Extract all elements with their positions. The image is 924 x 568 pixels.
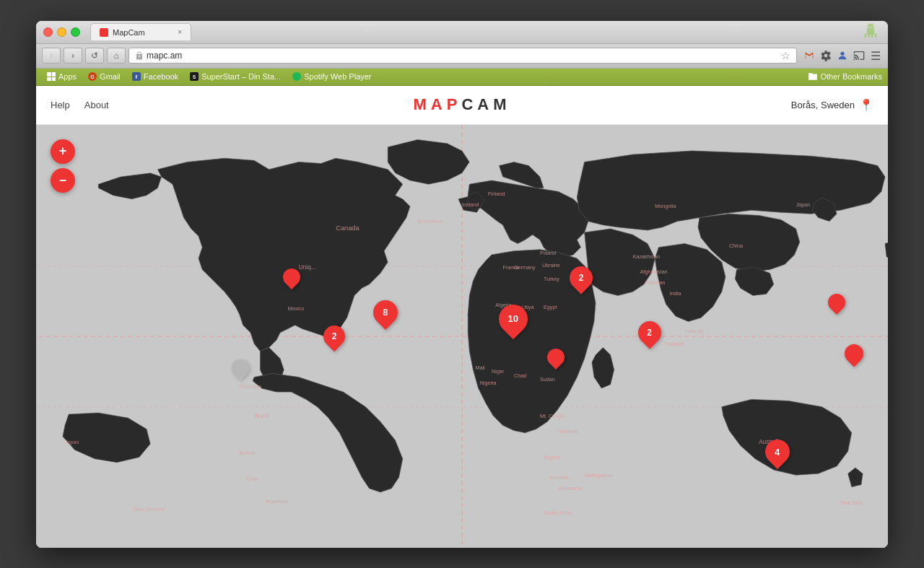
- bookmark-facebook[interactable]: f Facebook: [127, 71, 183, 82]
- svg-text:Libya: Libya: [521, 303, 533, 310]
- zoom-out-button[interactable]: –: [51, 168, 75, 193]
- svg-text:Kazakhstan: Kazakhstan: [632, 253, 660, 260]
- superstart-icon: S: [190, 72, 199, 81]
- svg-text:Tanzania: Tanzania: [557, 427, 578, 434]
- bookmark-apps-label: Apps: [58, 72, 77, 81]
- zoom-controls: + –: [51, 139, 75, 193]
- svg-text:New Zeal...: New Zeal...: [840, 499, 866, 506]
- bookmark-spotify-label: Spotify Web Player: [304, 72, 371, 81]
- svg-text:Bolivia: Bolivia: [240, 450, 255, 456]
- title-bar: MapCam ×: [36, 21, 888, 44]
- bookmark-superstart[interactable]: S SuperStart – Din Sta...: [185, 71, 286, 82]
- person-toolbar-icon[interactable]: [836, 49, 849, 62]
- svg-text:Chad: Chad: [514, 372, 526, 378]
- browser-toolbar: ‹ › ↺ ⌂ mapc.am ☆: [36, 44, 888, 69]
- map-container[interactable]: Canada Uniq... Mexico Brazil Colombia Bo…: [36, 125, 888, 548]
- other-bookmarks-label: Other Bookmarks: [820, 72, 882, 81]
- close-window-button[interactable]: [43, 27, 53, 37]
- app-content: Help About MAPCAM Borås, Sweden 📍: [36, 86, 888, 548]
- svg-text:Argentina: Argentina: [266, 498, 288, 504]
- location-city: Borås, Sweden: [791, 100, 855, 110]
- svg-text:Sudan: Sudan: [540, 375, 555, 382]
- browser-tab[interactable]: MapCam ×: [90, 23, 191, 40]
- tab-close-button[interactable]: ×: [178, 28, 182, 36]
- bookmark-gmail-label: Gmail: [100, 72, 121, 81]
- svg-text:Japan: Japan: [796, 201, 811, 208]
- folder-icon: [808, 71, 818, 82]
- tab-title: MapCam: [113, 28, 145, 37]
- svg-text:India (s): India (s): [684, 327, 703, 333]
- url-text: mapc.am: [147, 51, 182, 61]
- svg-text:Angola: Angola: [544, 453, 559, 460]
- svg-text:Brazil: Brazil: [254, 413, 269, 419]
- svg-text:Turkey: Turkey: [544, 275, 559, 281]
- cast-toolbar-icon[interactable]: [853, 49, 866, 62]
- svg-text:Finland: Finland: [488, 190, 505, 196]
- location-pin-icon: 📍: [859, 98, 873, 112]
- svg-text:Poland: Poland: [540, 249, 556, 255]
- svg-point-0: [840, 52, 844, 56]
- spotify-icon: [292, 72, 301, 81]
- svg-text:South Africa: South Africa: [544, 509, 572, 515]
- svg-text:Uniq...: Uniq...: [299, 264, 316, 271]
- app-nav: Help About: [51, 100, 109, 110]
- app-header: Help About MAPCAM Borås, Sweden 📍: [36, 86, 888, 125]
- app-logo-cam: CAM: [461, 95, 510, 113]
- svg-text:Chile: Chile: [247, 476, 258, 482]
- tab-favicon-icon: [100, 28, 108, 37]
- svg-text:Algeria: Algeria: [495, 301, 511, 307]
- bookmark-superstart-label: SuperStart – Din Sta...: [201, 72, 281, 81]
- svg-text:Japan: Japan: [65, 439, 79, 445]
- reload-button[interactable]: ↺: [85, 48, 104, 64]
- svg-text:China: China: [729, 242, 743, 248]
- svg-text:Thailand: Thailand: [664, 341, 684, 347]
- gmail-toolbar-icon[interactable]: [803, 49, 816, 62]
- app-location: Borås, Sweden 📍: [791, 98, 873, 112]
- zoom-in-button[interactable]: +: [51, 139, 75, 164]
- svg-text:Egypt: Egypt: [544, 303, 557, 310]
- forward-icon: ›: [71, 51, 74, 61]
- home-button[interactable]: ⌂: [107, 48, 126, 64]
- svg-text:Madagascar: Madagascar: [585, 472, 614, 479]
- maximize-window-button[interactable]: [71, 27, 80, 37]
- svg-text:New Zealand: New Zealand: [134, 505, 165, 512]
- svg-text:Botswana: Botswana: [559, 484, 582, 491]
- svg-text:Mali: Mali: [476, 364, 486, 371]
- menu-button[interactable]: ☰: [869, 49, 882, 62]
- minimize-window-button[interactable]: [57, 27, 66, 37]
- reload-icon: ↺: [91, 51, 98, 61]
- bookmark-star-button[interactable]: ☆: [781, 50, 790, 61]
- svg-text:Iceland: Iceland: [462, 201, 479, 208]
- svg-text:Canada: Canada: [336, 224, 359, 231]
- back-button[interactable]: ‹: [42, 48, 61, 64]
- svg-text:Mexico: Mexico: [287, 305, 304, 312]
- home-icon: ⌂: [113, 51, 118, 61]
- bookmark-facebook-label: Facebook: [144, 72, 178, 81]
- svg-text:Niger: Niger: [492, 368, 505, 375]
- bookmark-apps[interactable]: Apps: [42, 71, 82, 82]
- address-bar[interactable]: mapc.am ☆: [128, 48, 797, 64]
- svg-text:Greenland: Greenland: [417, 217, 442, 224]
- apps-grid-icon: [47, 72, 56, 81]
- svg-text:Mongolia: Mongolia: [655, 203, 676, 209]
- svg-text:Colombia: Colombia: [240, 383, 261, 389]
- bookmark-spotify[interactable]: Spotify Web Player: [287, 71, 376, 82]
- svg-text:Namibia: Namibia: [549, 474, 568, 481]
- browser-window: MapCam × ‹ › ↺ ⌂ mapc.am ☆: [36, 21, 888, 548]
- other-bookmarks[interactable]: Other Bookmarks: [808, 71, 882, 82]
- lock-icon: [135, 51, 144, 60]
- tab-area: MapCam ×: [84, 23, 859, 40]
- android-icon: [863, 23, 878, 40]
- svg-text:Mt. Congo: Mt. Congo: [540, 413, 564, 419]
- svg-text:Australia: Australia: [759, 439, 782, 445]
- app-logo-map: MAP: [414, 95, 462, 113]
- svg-text:Afghanistan: Afghanistan: [640, 268, 668, 274]
- forward-button[interactable]: ›: [64, 48, 82, 64]
- nav-help[interactable]: Help: [51, 100, 70, 110]
- svg-text:Ukraine: Ukraine: [542, 262, 560, 268]
- settings-toolbar-icon[interactable]: [819, 49, 832, 62]
- nav-about[interactable]: About: [84, 100, 109, 110]
- svg-text:Pakistan: Pakistan: [645, 279, 666, 286]
- bookmark-gmail[interactable]: G Gmail: [83, 71, 126, 82]
- facebook-icon: f: [132, 72, 141, 81]
